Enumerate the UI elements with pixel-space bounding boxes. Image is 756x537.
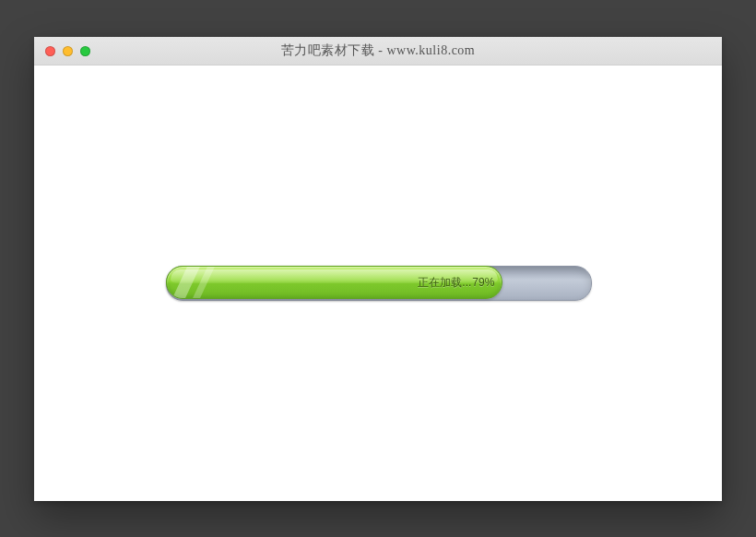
window-content: 正在加载... 79 % [34, 66, 722, 501]
close-icon[interactable] [45, 46, 55, 56]
window-titlebar: 苦力吧素材下载 - www.kuli8.com [34, 37, 722, 66]
progress-percent: 79 [472, 276, 484, 289]
app-window: 苦力吧素材下载 - www.kuli8.com 正在加载... 79 % [34, 37, 722, 501]
minimize-icon[interactable] [63, 46, 73, 56]
progress-label: 正在加载... 79 % [418, 275, 494, 291]
progress-fill: 正在加载... 79 % [166, 266, 502, 299]
loading-text: 正在加载... [418, 275, 471, 291]
maximize-icon[interactable] [80, 46, 90, 56]
window-title: 苦力吧素材下载 - www.kuli8.com [34, 42, 722, 59]
percent-suffix: % [485, 276, 495, 289]
window-controls [45, 46, 90, 56]
progress-bar: 正在加载... 79 % [166, 266, 590, 299]
